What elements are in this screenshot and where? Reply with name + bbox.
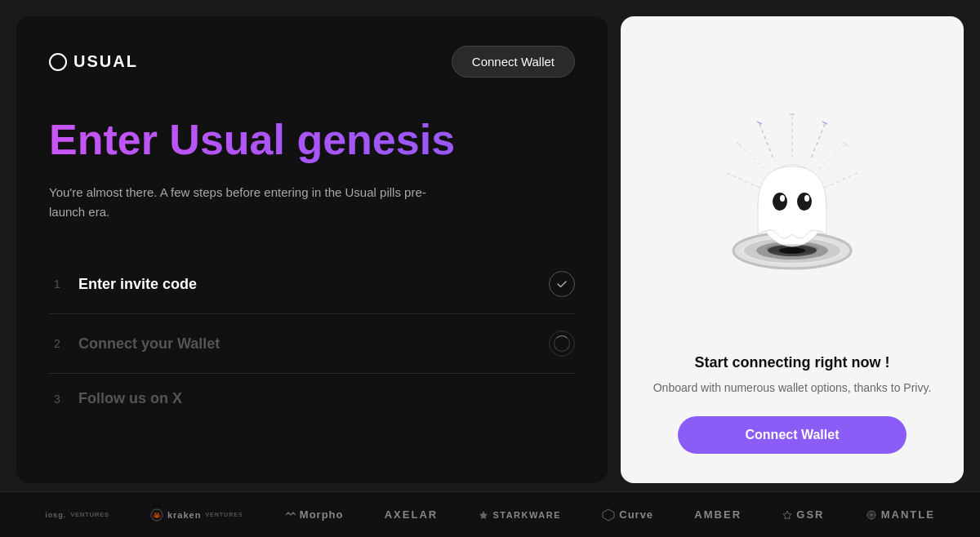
step-left-3: 3 Follow us on X xyxy=(49,390,182,407)
svg-line-3 xyxy=(739,144,768,171)
partner-morpho: Morpho xyxy=(284,508,344,521)
svg-marker-29 xyxy=(783,511,791,519)
svg-line-6 xyxy=(821,173,858,189)
svg-point-22 xyxy=(780,195,785,202)
kraken-icon: 🦀 xyxy=(150,508,163,521)
partner-iosg: iosg. VENTURES xyxy=(45,511,109,519)
steps-list: 1 Enter invite code 2 Connect your Walle… xyxy=(49,255,575,424)
connect-wallet-main-button[interactable]: Connect Wallet xyxy=(678,416,906,454)
svg-point-24 xyxy=(766,244,818,254)
svg-line-9 xyxy=(822,122,827,124)
step-left-2: 2 Connect your Wallet xyxy=(49,335,220,353)
partner-curve: Curve xyxy=(602,508,653,521)
svg-point-23 xyxy=(804,195,809,202)
curve-icon xyxy=(602,508,615,521)
gsr-icon xyxy=(782,510,792,520)
svg-line-1 xyxy=(760,124,774,161)
right-panel-text: Start connecting right now ! Onboard wit… xyxy=(653,354,932,397)
partner-starkware: STARKWARE xyxy=(479,510,561,520)
logo-circle-icon xyxy=(49,53,67,71)
svg-line-2 xyxy=(810,124,825,161)
connect-wallet-header-button[interactable]: Connect Wallet xyxy=(452,46,575,78)
svg-line-8 xyxy=(757,122,762,124)
step-number-3: 3 xyxy=(49,393,65,406)
mantle-icon xyxy=(866,509,877,521)
mascot-illustration xyxy=(686,100,898,295)
main-content: USUAL Connect Wallet Enter Usual genesis… xyxy=(0,0,980,491)
partner-mantle: MANTLE xyxy=(866,508,935,521)
step-label-2: Connect your Wallet xyxy=(78,335,220,353)
svg-line-5 xyxy=(727,173,764,189)
partner-amber: AMBER xyxy=(694,508,742,521)
right-panel-subtitle: Onboard with numerous wallet options, th… xyxy=(653,379,932,397)
right-panel: Start connecting right now ! Onboard wit… xyxy=(621,16,964,483)
step-left-1: 1 Enter invite code xyxy=(49,276,197,293)
step-label-1: Enter invite code xyxy=(78,276,197,293)
svg-point-20 xyxy=(773,193,787,211)
svg-line-4 xyxy=(817,144,845,171)
morpho-icon xyxy=(284,511,296,519)
header: USUAL Connect Wallet xyxy=(49,46,575,78)
svg-marker-28 xyxy=(603,509,614,521)
right-panel-title: Start connecting right now ! xyxy=(653,354,932,371)
step-complete-icon-1 xyxy=(549,271,575,297)
checkmark-icon xyxy=(556,278,568,290)
step-spinner-2 xyxy=(554,335,570,352)
partner-gsr: GSR xyxy=(782,508,824,521)
step-item-2: 2 Connect your Wallet xyxy=(49,314,575,374)
hero-title: Enter Usual genesis xyxy=(49,117,575,163)
left-panel: USUAL Connect Wallet Enter Usual genesis… xyxy=(16,16,608,483)
step-number-1: 1 xyxy=(49,277,65,291)
step-pending-icon-2 xyxy=(549,331,575,357)
logo-text: USUAL xyxy=(74,52,138,71)
illustration-container xyxy=(645,41,939,354)
svg-text:🦀: 🦀 xyxy=(152,511,161,519)
partner-kraken: 🦀 kraken VENTURES xyxy=(150,508,243,521)
step-item-1: 1 Enter invite code xyxy=(49,255,575,314)
step-label-3: Follow us on X xyxy=(78,390,182,407)
logo: USUAL xyxy=(49,52,138,71)
svg-point-21 xyxy=(797,193,812,211)
svg-marker-27 xyxy=(479,511,488,519)
hero-subtitle: You're almost there. A few steps before … xyxy=(49,183,457,222)
step-number-2: 2 xyxy=(49,337,65,350)
svg-line-10 xyxy=(737,142,741,146)
starkware-icon xyxy=(479,510,488,520)
step-item-3: 3 Follow us on X xyxy=(49,374,575,424)
bottom-bar: iosg. VENTURES 🦀 kraken VENTURES Morpho … xyxy=(0,491,980,537)
partner-axelar: AXELAR xyxy=(385,508,438,521)
